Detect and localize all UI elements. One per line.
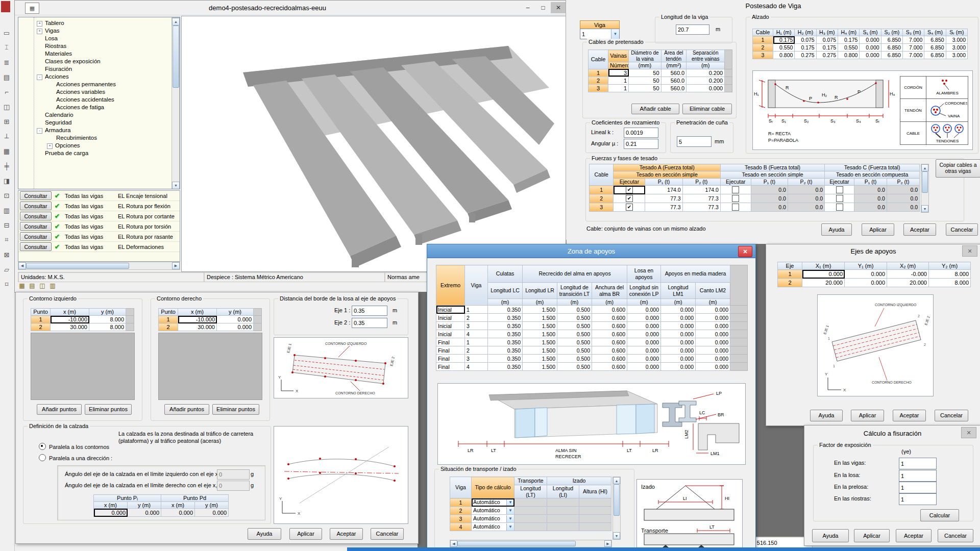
- cad-tool-icon[interactable]: ⌐: [1, 86, 12, 97]
- ejecutar-checkbox[interactable]: [720, 203, 751, 212]
- add-puntos-button[interactable]: Añadir puntos: [164, 404, 209, 415]
- ejecutar-checkbox[interactable]: [825, 186, 854, 194]
- tree-item-tablero[interactable]: +Tablero: [18, 19, 180, 27]
- eje2-input[interactable]: 0.35: [352, 318, 387, 328]
- cuna-input[interactable]: 5: [677, 136, 712, 147]
- close-button[interactable]: ✕: [551, 2, 566, 13]
- consultar-button[interactable]: Consultar: [20, 222, 52, 231]
- tree-item-losa[interactable]: Losa: [18, 35, 180, 42]
- pi-x-cell[interactable]: 0.000: [94, 509, 128, 517]
- cad-tool-icon[interactable]: ⊡: [1, 190, 12, 201]
- tree-item-acciones[interactable]: -Acciones: [18, 73, 180, 81]
- aceptar-button[interactable]: Aceptar: [330, 528, 363, 540]
- aplicar-button[interactable]: Aplicar: [289, 528, 322, 540]
- cad-tool-icon[interactable]: ╪: [1, 160, 12, 171]
- cad-tool-icon[interactable]: ◨: [1, 175, 12, 186]
- tesado-scrollbar[interactable]: ▲ ▼: [921, 164, 929, 213]
- cad-tool-icon[interactable]: ⌑: [1, 279, 12, 290]
- tree-item-riostras[interactable]: Riostras: [18, 42, 180, 50]
- radio-paralela-direccion[interactable]: Paralela a una dirección :: [39, 454, 112, 461]
- aplicar-button[interactable]: Aplicar: [854, 529, 890, 542]
- chevron-down-icon[interactable]: ▼: [506, 499, 514, 506]
- tree-item-seguridad[interactable]: Seguridad: [18, 119, 180, 127]
- aceptar-button[interactable]: Aceptar: [893, 410, 926, 421]
- tree-item-acciones-variables[interactable]: Acciones variables: [18, 88, 180, 96]
- cad-tool-icon[interactable]: ⊞: [1, 116, 12, 127]
- close-button[interactable]: ✕: [962, 245, 977, 257]
- transporte-vscrollbar[interactable]: ▲ ▼: [612, 477, 621, 540]
- tree-item-materiales[interactable]: Materiales: [18, 50, 180, 58]
- calcular-button[interactable]: Calcular: [920, 509, 959, 521]
- minimize-button[interactable]: –: [520, 2, 535, 13]
- radio-icon[interactable]: [39, 454, 46, 461]
- ejecutar-checkbox[interactable]: ✔: [614, 203, 645, 212]
- tree-item-acciones-fatiga[interactable]: Acciones de fatiga: [18, 104, 180, 111]
- ayuda-button[interactable]: Ayuda: [812, 529, 849, 542]
- consultar-button[interactable]: Consultar: [20, 191, 52, 200]
- tree-item-clases-exposicion[interactable]: Clases de exposición: [18, 58, 180, 65]
- delete-puntos-button[interactable]: Eliminar puntos: [212, 404, 259, 415]
- tipo-calculo-select[interactable]: Automático▼: [472, 515, 514, 523]
- ayuda-button[interactable]: Ayuda: [821, 223, 852, 236]
- vigas-input[interactable]: 1: [899, 458, 937, 469]
- cad-tool-icon[interactable]: ▭: [1, 27, 12, 38]
- main-titlebar[interactable]: ▦ demo4-postesado-recrecidoalmas-eeuu – …: [15, 1, 566, 15]
- add-cable-button[interactable]: Añadir cable: [631, 104, 679, 114]
- consultar-button[interactable]: Consultar: [20, 202, 52, 210]
- tipo-calculo-select[interactable]: Automático▼: [472, 498, 514, 507]
- add-puntos-button[interactable]: Añadir puntos: [37, 404, 82, 415]
- ejecutar-checkbox[interactable]: ✔: [614, 194, 645, 203]
- cad-tool-icon[interactable]: ⊠: [1, 249, 12, 260]
- ejecutar-checkbox[interactable]: [825, 194, 854, 203]
- ejecutar-checkbox[interactable]: [720, 186, 751, 194]
- riostras-input[interactable]: 1: [899, 493, 937, 505]
- grid-icon[interactable]: ▥: [48, 282, 57, 290]
- cad-tool-icon[interactable]: ◫: [1, 101, 12, 112]
- chevron-down-icon[interactable]: ▼: [506, 523, 514, 531]
- cad-tool-icon[interactable]: ▤: [1, 71, 12, 83]
- cancelar-button[interactable]: Cancelar: [935, 410, 968, 421]
- aceptar-button[interactable]: Aceptar: [903, 223, 936, 236]
- cad-tool-icon[interactable]: ⌗: [1, 234, 12, 245]
- pd-x-cell[interactable]: 0.000: [161, 509, 195, 517]
- cancelar-button[interactable]: Cancelar: [938, 529, 973, 542]
- collapse-icon[interactable]: -: [37, 74, 42, 80]
- maximize-button[interactable]: □: [535, 2, 551, 13]
- angular-mu-input[interactable]: 0.21: [624, 139, 658, 149]
- aceptar-button[interactable]: Aceptar: [896, 529, 932, 542]
- transporte-hscrollbar[interactable]: ◀ ▶: [450, 540, 612, 547]
- radio-icon[interactable]: [39, 443, 46, 450]
- grid-icon[interactable]: ▦: [18, 282, 26, 290]
- losa-input[interactable]: 1: [899, 470, 937, 482]
- tree-item-opciones[interactable]: +Opciones: [18, 142, 180, 149]
- ayuda-button[interactable]: Ayuda: [248, 528, 281, 540]
- cad-tool-icon[interactable]: ≣: [1, 57, 12, 68]
- eje1-input[interactable]: 0.35: [352, 306, 387, 316]
- cancelar-button[interactable]: Cancelar: [946, 223, 978, 236]
- aplicar-button[interactable]: Aplicar: [851, 410, 884, 421]
- tree-item-acciones-permanentes[interactable]: Acciones permanentes: [18, 81, 180, 88]
- tipo-calculo-select[interactable]: Automático▼: [472, 523, 514, 531]
- grid-icon[interactable]: ▤: [28, 282, 36, 290]
- copy-cables-button[interactable]: Copiar cables a otras vigas: [936, 159, 980, 178]
- cad-tool-icon[interactable]: ▥: [1, 205, 12, 216]
- viewport-3d[interactable]: [181, 16, 566, 272]
- expand-icon[interactable]: +: [37, 29, 42, 34]
- ejecutar-checkbox[interactable]: [720, 194, 751, 203]
- aplicar-button[interactable]: Aplicar: [862, 223, 894, 236]
- tree-item-armadura[interactable]: -Armadura: [18, 127, 180, 134]
- angulo-izq-input[interactable]: 0: [217, 469, 250, 480]
- cad-tool-icon[interactable]: ⟂: [1, 131, 12, 142]
- tree-item-prueba-carga[interactable]: Prueba de carga: [18, 149, 180, 157]
- tree-item-recubrimientos[interactable]: Recubrimientos: [18, 134, 180, 142]
- tree-item-acciones-accidentales[interactable]: Acciones accidentales: [18, 96, 180, 104]
- grid-icon[interactable]: ◫: [38, 282, 46, 290]
- cad-tool-icon[interactable]: ▱: [1, 264, 12, 275]
- angulo-der-input[interactable]: 0: [217, 481, 250, 491]
- chevron-down-icon[interactable]: ▼: [611, 29, 619, 39]
- close-button[interactable]: ✕: [961, 427, 976, 438]
- expand-icon[interactable]: +: [47, 143, 53, 149]
- collapse-icon[interactable]: -: [37, 128, 42, 134]
- chevron-down-icon[interactable]: ▼: [506, 515, 514, 522]
- expand-icon[interactable]: +: [37, 21, 42, 27]
